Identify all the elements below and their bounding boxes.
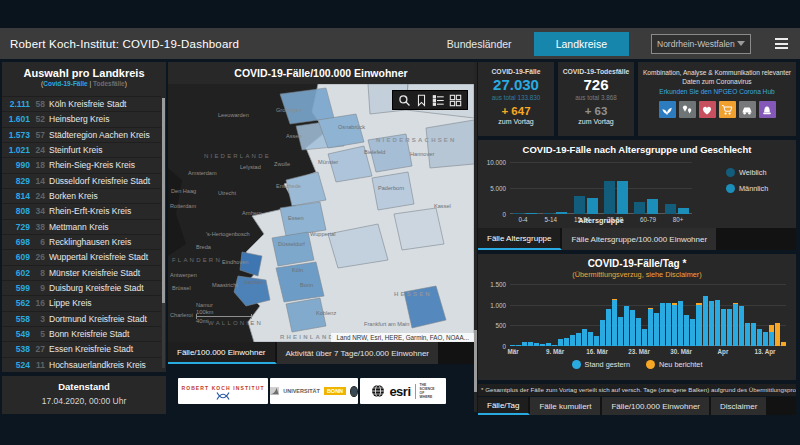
daily-bar[interactable] (666, 284, 671, 346)
daily-bar[interactable] (618, 284, 623, 346)
shopping-cart-icon[interactable] (719, 101, 736, 118)
tab-fälle-altersgruppe-100-000-einwohner[interactable]: Fälle Altersgruppe/100.000 Einwohner (562, 228, 718, 250)
daily-bar[interactable] (552, 284, 557, 346)
daily-bar[interactable] (516, 284, 521, 346)
bar-männlich[interactable] (647, 199, 658, 214)
landkreis-row[interactable]: 6028Münster Kreisfreie Stadt (2, 265, 161, 280)
right-column-scrollbar[interactable] (474, 62, 477, 412)
landkreis-row[interactable]: 81424Borken Kreis (2, 188, 161, 203)
daily-bar[interactable] (522, 284, 527, 346)
nav-bundeslaender[interactable]: Bundesländer (447, 38, 512, 50)
npgeo-hub-link[interactable]: Erkunden Sie den NPGEO Corona Hub (638, 88, 796, 95)
daily-bar[interactable] (588, 284, 593, 346)
legend-icon[interactable] (432, 94, 445, 107)
landkreis-row[interactable]: 80834Rhein-Erft-Kreis Kreis (2, 203, 161, 218)
daily-bar[interactable] (528, 284, 533, 346)
tab-fälle-altersgruppe[interactable]: Fälle Altersgruppe (478, 228, 562, 250)
landkreis-row[interactable]: 72938Mettmann Kreis (2, 219, 161, 234)
daily-bar[interactable] (672, 284, 677, 346)
daily-bar[interactable] (648, 284, 653, 346)
landkreis-row[interactable]: 2.11158Köln Kreisfreie Stadt (2, 96, 161, 111)
daily-bar[interactable] (582, 284, 587, 346)
landkreis-row[interactable]: 5999Duisburg Kreisfreie Stadt (2, 280, 161, 295)
daily-bar[interactable] (715, 284, 720, 346)
bar-männlich[interactable] (556, 212, 567, 214)
map-canvas[interactable]: NIEDERLANDEFLANDERNWALLONIENNIEDERSACHSE… (168, 84, 474, 342)
daily-bar[interactable] (781, 284, 786, 346)
landkreis-row[interactable]: 1.02124Steinfurt Kreis (2, 142, 161, 157)
daily-bar[interactable] (703, 284, 708, 346)
landkreis-row[interactable]: 56216Lippe Kreis (2, 295, 161, 310)
daily-bar[interactable] (636, 284, 641, 346)
bar-weiblich[interactable] (543, 213, 554, 214)
daily-bar[interactable] (745, 284, 750, 346)
plant-icon[interactable] (659, 101, 676, 118)
bar-männlich[interactable] (678, 208, 689, 214)
health-heart-icon[interactable] (699, 101, 716, 118)
daily-bar[interactable] (696, 284, 701, 346)
sidebar-scrollbar[interactable] (162, 98, 165, 368)
daily-bar[interactable] (534, 284, 539, 346)
landkreis-row[interactable]: 6986Recklinghausen Kreis (2, 234, 161, 249)
daily-bar[interactable] (733, 284, 738, 346)
daily-bar[interactable] (660, 284, 665, 346)
daily-bar[interactable] (546, 284, 551, 346)
daily-bar[interactable] (763, 284, 768, 346)
landkreis-row[interactable]: 5495Bonn Kreisfreie Stadt (2, 326, 161, 341)
tab-fälle-100-000-einwohner[interactable]: Fälle/100.000 Einwohner (168, 342, 277, 364)
bar-männlich[interactable] (526, 213, 537, 214)
daily-bar[interactable] (510, 284, 515, 346)
tab-fälle-tag[interactable]: Fälle/Tag (478, 397, 530, 415)
landkreis-row[interactable]: 82914Düsseldorf Kreisfreie Stadt (2, 173, 161, 188)
daily-bar[interactable] (721, 284, 726, 346)
region-select[interactable]: Nordrhein-Westfalen (651, 34, 751, 54)
landkreis-row[interactable]: 52411Hochsauerlandkreis Kreis (2, 357, 161, 372)
bar-weiblich[interactable] (513, 213, 524, 214)
landkreis-row[interactable]: 5583Dortmund Kreisfreie Stadt (2, 311, 161, 326)
tab-fälle-kumuliert[interactable]: Fälle kumuliert (530, 397, 602, 415)
basemap-icon[interactable] (449, 94, 462, 107)
car-icon[interactable] (739, 101, 756, 118)
daily-bar[interactable] (678, 284, 683, 346)
daily-bar[interactable] (540, 284, 545, 346)
tab-disclaimer[interactable]: Disclaimer (711, 397, 768, 415)
landkreis-row[interactable]: 1.60152Heinsberg Kreis (2, 111, 161, 126)
daily-bar[interactable] (757, 284, 762, 346)
daily-bar[interactable] (751, 284, 756, 346)
daily-bar[interactable] (769, 284, 774, 346)
bookmark-icon[interactable] (415, 94, 428, 107)
landkreis-row[interactable]: 60926Wuppertal Kreisfreie Stadt (2, 249, 161, 264)
bar-weiblich[interactable] (634, 202, 645, 214)
menu-icon[interactable] (773, 36, 790, 51)
tab-aktivität-über-7-tage-100-000-einwohner[interactable]: Aktivität über 7 Tage/100.000 Einwohner (277, 342, 441, 364)
daily-bar[interactable] (558, 284, 563, 346)
daily-bar[interactable] (594, 284, 599, 346)
daily-bar[interactable] (690, 284, 695, 346)
bar-weiblich[interactable] (665, 204, 676, 214)
map-pins-icon[interactable] (679, 101, 696, 118)
bar-männlich[interactable] (617, 181, 628, 214)
search-icon[interactable] (398, 94, 411, 107)
daily-bar[interactable] (600, 284, 605, 346)
daily-bar[interactable] (624, 284, 629, 346)
bar-weiblich[interactable] (604, 181, 615, 214)
nav-landkreise[interactable]: Landkreise (534, 32, 629, 56)
landkreis-row[interactable]: 1.57357Städteregion Aachen Kreis (2, 127, 161, 142)
daily-bar[interactable] (775, 284, 780, 346)
daily-bar[interactable] (739, 284, 744, 346)
tab-fälle-100-000-einwohner[interactable]: Fälle/100.000 Einwohner (602, 397, 711, 415)
daily-bar[interactable] (654, 284, 659, 346)
daily-bar[interactable] (684, 284, 689, 346)
landkreis-row[interactable]: 53827Essen Kreisfreie Stadt (2, 341, 161, 356)
bar-männlich[interactable] (587, 198, 598, 214)
landkreis-row[interactable]: 99018Rhein-Sieg-Kreis Kreis (2, 157, 161, 172)
siren-icon[interactable] (759, 101, 776, 118)
bar-weiblich[interactable] (574, 196, 585, 214)
daily-bar[interactable] (642, 284, 647, 346)
daily-bar[interactable] (612, 284, 617, 346)
daily-bar[interactable] (564, 284, 569, 346)
daily-bar[interactable] (709, 284, 714, 346)
daily-bar[interactable] (576, 284, 581, 346)
daily-bar[interactable] (630, 284, 635, 346)
daily-bar[interactable] (606, 284, 611, 346)
